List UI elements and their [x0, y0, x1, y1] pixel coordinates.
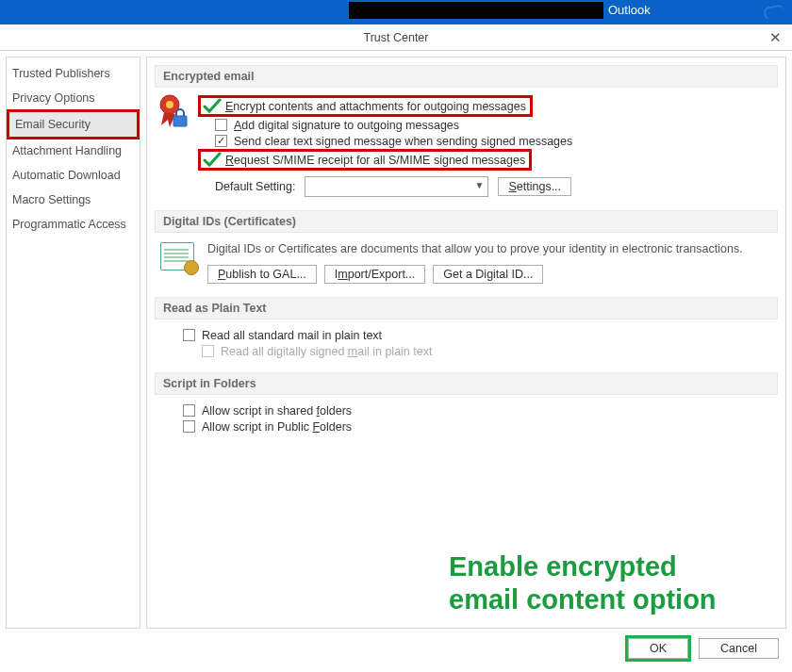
section-script-folders: Script in Folders [155, 372, 778, 395]
highlight-encrypt-option: Encrypt contents and attachments for out… [198, 95, 533, 117]
default-setting-label: Default Setting: [215, 180, 295, 193]
instruction-annotation: Enable encrypted email content option [449, 550, 717, 616]
checkbox-icon[interactable] [215, 135, 227, 147]
checkbox-icon[interactable] [183, 420, 195, 433]
checkbox-add-signature[interactable]: Add digital signature to outgoing messag… [234, 119, 459, 132]
checkbox-clear-text[interactable]: Send clear text signed message when send… [234, 135, 572, 148]
chevron-down-icon: ▼ [475, 180, 485, 190]
import-export-button[interactable]: Import/Export... [324, 265, 425, 284]
section-encrypted-email: Encrypted email [155, 65, 778, 88]
sidebar-item-attachment-handling[interactable]: Attachment Handling [7, 139, 140, 163]
settings-panel: Encrypted email Encrypt contents and att… [146, 57, 786, 629]
highlight-email-security: Email Security [7, 109, 140, 139]
highlight-ok-button: OK [625, 635, 691, 662]
ribbon-lock-icon [157, 93, 189, 135]
sidebar-item-email-security[interactable]: Email Security [9, 112, 137, 137]
section-read-plain-text: Read as Plain Text [155, 297, 778, 320]
get-digital-id-button[interactable]: Get a Digital ID... [433, 265, 543, 284]
cancel-button[interactable]: Cancel [699, 638, 779, 659]
checkbox-script-shared[interactable]: Allow script in shared folders [202, 404, 352, 418]
close-icon[interactable]: ✕ [766, 28, 784, 47]
settings-button[interactable]: Settings... [498, 177, 571, 196]
category-sidebar: Trusted Publishers Privacy Options Email… [6, 57, 140, 629]
svg-point-1 [166, 101, 173, 108]
checkbox-icon[interactable] [215, 119, 227, 131]
section-digital-ids: Digital IDs (Certificates) [155, 210, 778, 233]
sidebar-item-privacy-options[interactable]: Privacy Options [7, 86, 140, 110]
checkbox-read-signed-plain: Read all digitally signed mail in plain … [221, 345, 432, 358]
dialog-titlebar: Trust Center ✕ [0, 25, 792, 51]
checkbox-smime-receipt[interactable]: Request S/MIME receipt for all S/MIME si… [225, 154, 525, 167]
redacted-area [349, 2, 603, 19]
dialog-footer: OK Cancel [0, 629, 792, 666]
checkbox-icon[interactable] [183, 404, 195, 417]
certificate-icon [160, 242, 194, 270]
digital-id-description: Digital IDs or Certificates are document… [207, 242, 772, 255]
dialog-title: Trust Center [0, 25, 792, 51]
ok-button[interactable]: OK [628, 638, 688, 659]
outlook-title-bar: Outlook [0, 0, 792, 25]
sidebar-item-macro-settings[interactable]: Macro Settings [7, 188, 140, 212]
publish-gal-button[interactable]: Publish to GAL... [207, 265, 317, 284]
sidebar-item-trusted-publishers[interactable]: Trusted Publishers [7, 61, 140, 86]
highlight-receipt-option: Request S/MIME receipt for all S/MIME si… [198, 149, 532, 171]
green-check-icon [205, 100, 219, 113]
default-setting-dropdown[interactable]: ▼ [305, 176, 488, 197]
svg-rect-2 [173, 116, 187, 126]
checkbox-read-plain[interactable]: Read all standard mail in plain text [202, 329, 382, 342]
green-check-icon [205, 154, 219, 167]
checkbox-icon [202, 345, 214, 357]
ribbon-decoration [764, 6, 784, 23]
checkbox-encrypt-outgoing[interactable]: Encrypt contents and attachments for out… [225, 100, 526, 113]
checkbox-icon[interactable] [183, 329, 195, 341]
sidebar-item-programmatic-access[interactable]: Programmatic Access [7, 212, 140, 237]
app-name: Outlook [608, 3, 651, 17]
checkbox-script-public[interactable]: Allow script in Public Folders [202, 420, 352, 434]
sidebar-item-automatic-download[interactable]: Automatic Download [7, 163, 140, 188]
